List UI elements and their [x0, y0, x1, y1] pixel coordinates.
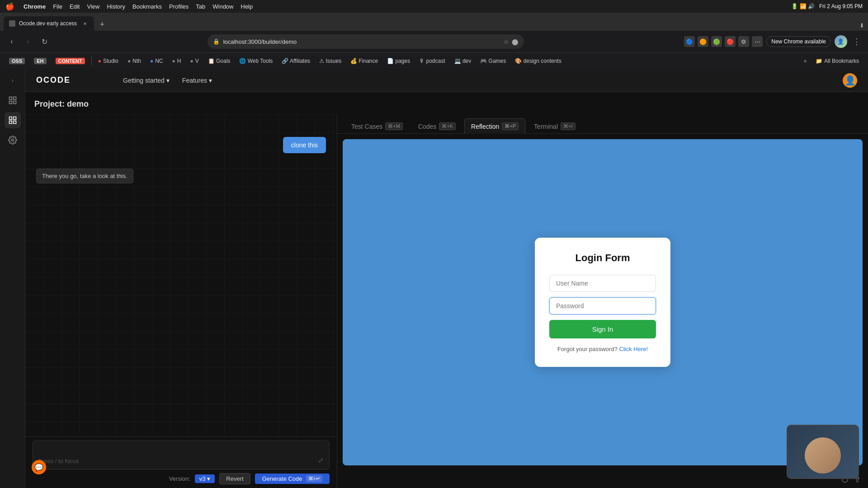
bookmark-nc[interactable]: ● NC — [146, 56, 167, 66]
bookmark-goals[interactable]: 📋 Goals — [204, 56, 234, 66]
menubar: 🍎 Chrome File Edit View History Bookmark… — [0, 0, 868, 13]
tab-favicon — [9, 20, 15, 27]
address-bar[interactable]: 🔒 localhost:3000/builder/demo ☆ ⬤ — [208, 34, 524, 49]
system-icons: 🔋 📶 🔊 — [791, 3, 815, 9]
tab-test-cases-shortcut: ⌘+M — [385, 122, 403, 130]
menu-tab[interactable]: Tab — [196, 3, 205, 10]
bookmark-issues[interactable]: ⚠ Issues — [316, 56, 345, 66]
extensions-icon[interactable]: ⬤ — [512, 38, 519, 45]
signin-button[interactable]: Sign In — [549, 320, 656, 338]
features-chevron-icon: ▾ — [209, 77, 212, 84]
svg-rect-0 — [9, 97, 12, 100]
tab-codes[interactable]: Codes ⌘+K — [411, 118, 462, 134]
sidebar-settings-icon[interactable] — [5, 132, 21, 148]
ext-5[interactable]: ⚙ — [738, 36, 749, 47]
menu-profiles[interactable]: Profiles — [169, 3, 189, 10]
split-view: clone this There you go, take a look at … — [25, 114, 868, 488]
editor-bottom-bar: Press / to focus ⤢ Version: v3 ▾ Revert … — [25, 436, 337, 488]
bookmark-dev[interactable]: 💻 dev — [451, 56, 475, 66]
bookmark-games[interactable]: 🎮 Games — [476, 56, 509, 66]
bookmark-webtools[interactable]: 🌐 Web Tools — [236, 56, 276, 66]
bookmark-nth[interactable]: ● Nth — [124, 56, 145, 66]
ext-4[interactable]: 🔴 — [725, 36, 736, 47]
tab-test-cases[interactable]: Test Cases ⌘+M — [344, 118, 410, 134]
v-dot-icon: ● — [190, 58, 193, 64]
menu-edit[interactable]: Edit — [70, 3, 80, 10]
sidebar-home-icon[interactable] — [5, 92, 21, 108]
bookmark-finance[interactable]: 💰 Finance — [347, 56, 382, 66]
chrome-browser: Ocode.dev early access ✕ + ⬇ ‹ › ↻ 🔒 loc… — [0, 13, 868, 69]
nc-dot-icon: ● — [150, 58, 153, 64]
bookmarks-more-button[interactable]: » — [800, 56, 811, 66]
back-button[interactable]: ‹ — [5, 35, 18, 48]
star-icon[interactable]: ☆ — [504, 38, 509, 45]
project-header: Project: demo — [25, 92, 868, 114]
clone-button[interactable]: clone this — [283, 137, 326, 153]
bookmark-oss[interactable]: OSS — [5, 56, 28, 66]
header-nav: Getting started ▾ Features ▾ — [118, 74, 217, 87]
ext-2[interactable]: 🟠 — [698, 36, 708, 47]
nav-features[interactable]: Features ▾ — [177, 74, 217, 87]
focus-input-area[interactable]: Press / to focus ⤢ — [33, 441, 330, 469]
sidebar-grid-icon[interactable] — [5, 112, 21, 128]
revert-button[interactable]: Revert — [219, 473, 250, 484]
bookmark-v[interactable]: ● V — [186, 56, 202, 66]
username-input[interactable] — [549, 275, 656, 292]
menu-file[interactable]: File — [53, 3, 62, 10]
tab-search-icon[interactable]: ⬇ — [859, 22, 864, 29]
generate-code-button[interactable]: Generate Code ⌘+↵ — [255, 474, 330, 484]
header-right: 👤 — [843, 73, 857, 88]
user-avatar[interactable]: 👤 — [843, 73, 857, 88]
expand-icon[interactable]: ⤢ — [318, 456, 324, 465]
tab-terminal[interactable]: Terminal ⌘+I — [527, 118, 582, 134]
forward-button[interactable]: › — [22, 35, 34, 48]
ext-3[interactable]: 🟢 — [711, 36, 722, 47]
menu-bookmarks[interactable]: Bookmarks — [132, 3, 162, 10]
bookmark-content[interactable]: CONTENT — [52, 56, 89, 66]
chrome-menu-button[interactable]: ⋮ — [851, 35, 863, 48]
datetime: Fri 2 Aug 9:05 PM — [819, 3, 863, 9]
tab-reflection[interactable]: Reflection ⌘+P — [464, 118, 525, 134]
ext-1[interactable]: 🔵 — [684, 36, 695, 47]
login-form-title: Login Form — [549, 252, 656, 264]
refresh-button[interactable]: ↻ — [38, 35, 51, 48]
sidebar-expand-button[interactable]: › — [6, 74, 19, 87]
bookmark-affiliates[interactable]: 🔗 Affiliates — [278, 56, 314, 66]
chrome-profile-avatar[interactable]: 👤 — [835, 35, 847, 48]
preview-iframe-area: Login Form Sign In Forgot your password?… — [343, 139, 863, 465]
svg-point-4 — [11, 139, 14, 141]
menu-view[interactable]: View — [87, 3, 99, 10]
click-here-link[interactable]: Click Here! — [619, 346, 648, 352]
address-actions: ☆ ⬤ — [504, 38, 519, 45]
editor-panel: clone this There you go, take a look at … — [25, 114, 337, 488]
menu-help[interactable]: Help — [241, 3, 253, 10]
bookmark-pages[interactable]: 📄 pages — [383, 56, 414, 66]
new-chrome-badge[interactable]: New Chrome available — [766, 36, 831, 47]
video-face — [805, 437, 841, 474]
apple-menu[interactable]: 🍎 — [5, 2, 14, 11]
password-input[interactable] — [549, 297, 656, 314]
bookmark-design[interactable]: 🎨 design contents — [511, 56, 565, 66]
chat-bubble[interactable]: 💬 — [32, 460, 46, 474]
menu-window[interactable]: Window — [212, 3, 233, 10]
bookmark-podcast[interactable]: 🎙 podcast — [415, 56, 448, 66]
tab-close-button[interactable]: ✕ — [81, 20, 89, 27]
bookmark-h[interactable]: ● H — [169, 56, 185, 66]
menu-chrome[interactable]: Chrome — [24, 3, 46, 10]
all-bookmarks-button[interactable]: 📁 All Bookmarks — [812, 56, 863, 66]
version-label: Version: — [169, 475, 190, 482]
ext-more[interactable]: ⋯ — [752, 36, 763, 47]
bookmark-studio[interactable]: ● Studio — [94, 56, 122, 66]
bookmark-eh[interactable]: EH — [30, 56, 50, 66]
bookmarks-folder-icon: 📁 — [816, 58, 822, 64]
active-tab[interactable]: Ocode.dev early access ✕ — [4, 16, 94, 31]
version-selector[interactable]: v3 ▾ — [195, 474, 215, 483]
nav-getting-started[interactable]: Getting started ▾ — [118, 74, 175, 87]
new-tab-button[interactable]: + — [96, 18, 108, 31]
tab-terminal-shortcut: ⌘+I — [561, 122, 575, 130]
menu-history[interactable]: History — [107, 3, 125, 10]
video-preview — [787, 425, 859, 479]
svg-rect-3 — [13, 101, 16, 104]
app-header: OCODE Getting started ▾ Features ▾ 👤 — [25, 69, 868, 92]
tab-codes-shortcut: ⌘+K — [439, 122, 456, 130]
